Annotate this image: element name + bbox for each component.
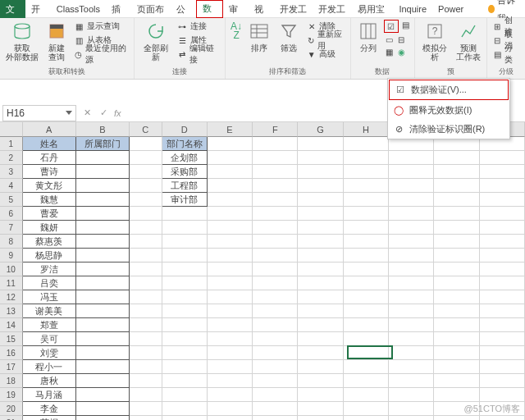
cell[interactable] — [480, 262, 525, 276]
cell[interactable] — [162, 402, 208, 416]
btn-flash-fill[interactable]: ▦ — [384, 47, 395, 57]
cell[interactable] — [389, 388, 434, 402]
cell[interactable] — [76, 304, 130, 318]
tab-yyb[interactable]: 易用宝 ™ — [352, 0, 393, 18]
tab-insert[interactable]: 插入 — [106, 0, 131, 18]
cell[interactable] — [130, 276, 162, 290]
cell[interactable] — [130, 332, 162, 346]
row-header[interactable]: 18 — [0, 374, 23, 388]
cell[interactable] — [253, 290, 298, 304]
btn-external-data[interactable]: 获取 外部数据 — [3, 20, 41, 62]
cell[interactable] — [298, 318, 343, 332]
cell[interactable] — [389, 262, 434, 276]
cell[interactable] — [298, 262, 343, 276]
cell[interactable] — [130, 318, 162, 332]
cell[interactable] — [480, 193, 525, 207]
cell[interactable] — [130, 137, 162, 151]
cell[interactable]: 姓名 — [23, 137, 76, 151]
cell[interactable]: 黄文彤 — [23, 179, 76, 193]
cell[interactable] — [480, 304, 525, 318]
row-header[interactable]: 2 — [0, 151, 23, 165]
cell[interactable]: 蔡惠羡 — [23, 235, 76, 249]
cell[interactable] — [76, 165, 130, 179]
cell[interactable] — [389, 346, 434, 360]
cell[interactable] — [253, 221, 298, 235]
cell[interactable] — [389, 416, 434, 420]
cell[interactable] — [344, 402, 389, 416]
cell[interactable] — [76, 388, 130, 402]
cell[interactable]: 吴可 — [23, 332, 76, 346]
cell[interactable] — [208, 151, 253, 165]
row-header[interactable]: 4 — [0, 179, 23, 193]
cell[interactable] — [298, 235, 343, 249]
cell[interactable] — [76, 207, 130, 221]
cell[interactable] — [130, 402, 162, 416]
cell[interactable] — [76, 151, 130, 165]
cell[interactable] — [298, 276, 343, 290]
cell[interactable] — [389, 318, 434, 332]
col-header-F[interactable]: F — [253, 122, 298, 137]
row-header[interactable]: 21 — [0, 416, 23, 420]
cell[interactable]: 唐秋 — [23, 374, 76, 388]
cell[interactable] — [480, 360, 525, 374]
cell[interactable] — [253, 360, 298, 374]
cell[interactable] — [344, 318, 389, 332]
cell[interactable] — [298, 374, 343, 388]
cell[interactable] — [480, 374, 525, 388]
cell[interactable] — [162, 360, 208, 374]
tab-classtools[interactable]: ClassTools — [51, 0, 106, 18]
menu-circle-invalid[interactable]: ◯圈释无效数据(I) — [388, 101, 509, 120]
cell[interactable] — [162, 374, 208, 388]
cell[interactable] — [298, 151, 343, 165]
cell[interactable] — [344, 276, 389, 290]
cell[interactable] — [76, 318, 130, 332]
cell[interactable] — [434, 262, 479, 276]
cell[interactable] — [130, 346, 162, 360]
cell[interactable] — [130, 388, 162, 402]
row-header[interactable]: 1 — [0, 137, 23, 151]
cell[interactable] — [130, 360, 162, 374]
btn-show-query[interactable]: ▦显示查询 — [72, 20, 130, 33]
cell[interactable] — [253, 137, 298, 151]
cell[interactable] — [162, 235, 208, 249]
cell[interactable] — [434, 318, 479, 332]
row-header[interactable]: 9 — [0, 249, 23, 262]
cell[interactable] — [76, 249, 130, 262]
cell[interactable] — [298, 416, 343, 420]
cell[interactable] — [389, 249, 434, 262]
row-header[interactable]: 20 — [0, 402, 23, 416]
cell[interactable] — [162, 318, 208, 332]
btn-forecast[interactable]: 预测 工作表 — [454, 20, 483, 62]
cell[interactable] — [389, 402, 434, 416]
cell[interactable] — [298, 137, 343, 151]
row-header[interactable]: 16 — [0, 346, 23, 360]
cell[interactable] — [298, 346, 343, 360]
cell[interactable] — [130, 151, 162, 165]
cell[interactable] — [76, 402, 130, 416]
cell[interactable] — [130, 207, 162, 221]
row-header[interactable]: 6 — [0, 207, 23, 221]
btn-consolidate[interactable]: ▤ — [400, 20, 411, 30]
cell[interactable] — [253, 374, 298, 388]
cell[interactable] — [76, 416, 130, 420]
row-header[interactable]: 11 — [0, 276, 23, 290]
cell[interactable] — [434, 193, 479, 207]
cell[interactable] — [389, 179, 434, 193]
cell[interactable]: 审计部 — [162, 193, 208, 207]
tab-file[interactable]: 文件 — [0, 0, 25, 18]
cell[interactable] — [389, 374, 434, 388]
tab-review[interactable]: 审阅 — [223, 0, 249, 18]
cell[interactable] — [130, 249, 162, 262]
cell[interactable] — [344, 137, 389, 151]
cell[interactable] — [480, 235, 525, 249]
cell[interactable] — [344, 388, 389, 402]
cell[interactable] — [208, 374, 253, 388]
cell[interactable] — [253, 318, 298, 332]
col-header-H[interactable]: H — [344, 122, 389, 137]
cell[interactable] — [208, 304, 253, 318]
row-header[interactable]: 14 — [0, 318, 23, 332]
spreadsheet-grid[interactable]: ABCDEFGHIJK 1姓名所属部门部门名称2石丹企划部3曹诗采购部4黄文彤工… — [0, 122, 525, 420]
cell[interactable]: 企划部 — [162, 151, 208, 165]
cell[interactable] — [76, 332, 130, 346]
cell[interactable] — [480, 290, 525, 304]
